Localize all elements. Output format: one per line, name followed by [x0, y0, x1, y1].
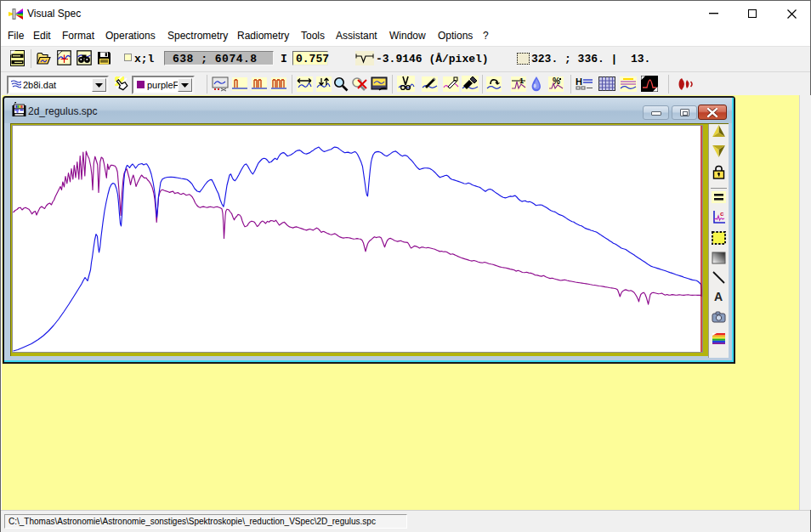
svg-text:A: A [714, 290, 723, 303]
svg-text:H: H [576, 76, 582, 87]
svg-text:c: c [720, 210, 724, 218]
svg-text:%: % [553, 76, 560, 86]
svg-text:1: 1 [519, 76, 524, 85]
